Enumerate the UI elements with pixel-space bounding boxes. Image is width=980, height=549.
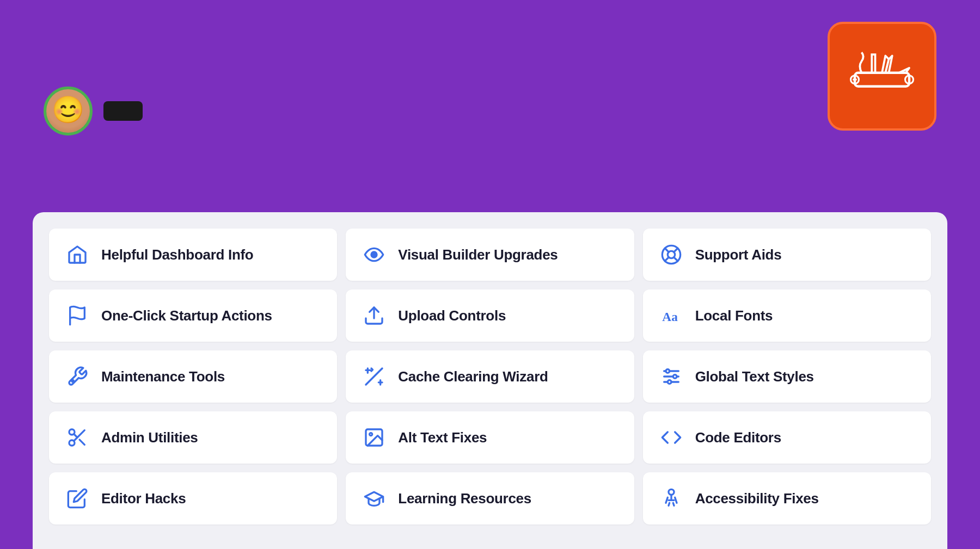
grid-item-label-upload-controls: Upload Controls <box>398 307 506 324</box>
subtitle-badge <box>103 101 143 121</box>
svg-point-19 <box>666 369 670 373</box>
grid-item-alt-text-fixes[interactable]: Alt Text Fixes <box>346 411 634 464</box>
grid-item-editor-hacks[interactable]: Editor Hacks <box>49 472 337 525</box>
feature-grid: Helpful Dashboard Info Visual Builder Up… <box>49 229 931 525</box>
grid-item-label-editor-hacks: Editor Hacks <box>101 490 186 507</box>
svg-point-20 <box>673 375 677 379</box>
grid-item-label-one-click-startup-actions: One-Click Startup Actions <box>101 307 272 324</box>
avatar <box>44 87 93 135</box>
image-icon <box>362 425 386 449</box>
content-panel: Helpful Dashboard Info Visual Builder Up… <box>33 212 947 549</box>
grid-item-maintenance-tools[interactable]: Maintenance Tools <box>49 350 337 403</box>
eye-icon <box>362 243 386 267</box>
svg-text:Aa: Aa <box>662 310 678 324</box>
grid-item-label-visual-builder-upgrades: Visual Builder Upgrades <box>398 246 558 263</box>
svg-point-4 <box>373 254 376 256</box>
svg-point-14 <box>72 380 74 382</box>
grid-item-code-editors[interactable]: Code Editors <box>643 411 931 464</box>
pencil-icon <box>65 486 89 510</box>
grid-item-accessibility-fixes[interactable]: Accessibility Fixes <box>643 472 931 525</box>
svg-point-21 <box>667 380 671 384</box>
grid-item-label-learning-resources: Learning Resources <box>398 490 531 507</box>
grid-item-cache-clearing-wizard[interactable]: Cache Clearing Wizard <box>346 350 634 403</box>
grid-item-label-helpful-dashboard-info: Helpful Dashboard Info <box>101 246 253 263</box>
grid-item-label-alt-text-fixes: Alt Text Fixes <box>398 429 487 446</box>
svg-line-7 <box>665 248 669 252</box>
avatar-face <box>46 89 90 133</box>
grid-item-label-admin-utilities: Admin Utilities <box>101 429 198 446</box>
header <box>0 0 980 212</box>
subtitle-row <box>44 87 936 135</box>
svg-line-25 <box>79 440 84 445</box>
grid-item-upload-controls[interactable]: Upload Controls <box>346 289 634 342</box>
logo-box <box>828 22 936 131</box>
grid-item-helpful-dashboard-info[interactable]: Helpful Dashboard Info <box>49 229 337 281</box>
grid-item-admin-utilities[interactable]: Admin Utilities <box>49 411 337 464</box>
wrench-icon <box>65 365 89 388</box>
svg-line-8 <box>673 257 677 261</box>
grid-item-label-maintenance-tools: Maintenance Tools <box>101 368 225 385</box>
grid-item-global-text-styles[interactable]: Global Text Styles <box>643 350 931 403</box>
sliders-icon <box>659 365 683 388</box>
grid-item-label-local-fonts: Local Fonts <box>695 307 773 324</box>
svg-line-26 <box>74 434 77 437</box>
grid-item-one-click-startup-actions[interactable]: One-Click Startup Actions <box>49 289 337 342</box>
logo-icon <box>841 35 923 117</box>
grid-item-local-fonts[interactable]: Aa Local Fonts <box>643 289 931 342</box>
grid-item-label-cache-clearing-wizard: Cache Clearing Wizard <box>398 368 548 385</box>
grid-item-label-global-text-styles: Global Text Styles <box>695 368 814 385</box>
font-icon: Aa <box>659 304 683 328</box>
svg-point-28 <box>370 433 372 436</box>
grid-item-support-aids[interactable]: Support Aids <box>643 229 931 281</box>
svg-rect-0 <box>855 73 909 87</box>
grid-item-learning-resources[interactable]: Learning Resources <box>346 472 634 525</box>
grid-item-label-accessibility-fixes: Accessibility Fixes <box>695 490 819 507</box>
code-icon <box>659 425 683 449</box>
grid-item-visual-builder-upgrades[interactable]: Visual Builder Upgrades <box>346 229 634 281</box>
upload-icon <box>362 304 386 328</box>
grid-item-label-code-editors: Code Editors <box>695 429 781 446</box>
svg-line-9 <box>673 248 677 252</box>
grad-cap-icon <box>362 486 386 510</box>
lifebuoy-icon <box>659 243 683 267</box>
person-icon <box>659 486 683 510</box>
wand-icon <box>362 365 386 388</box>
flag-icon <box>65 304 89 328</box>
svg-line-10 <box>665 257 669 261</box>
scissors-icon <box>65 425 89 449</box>
grid-item-label-support-aids: Support Aids <box>695 246 782 263</box>
home-icon <box>65 243 89 267</box>
